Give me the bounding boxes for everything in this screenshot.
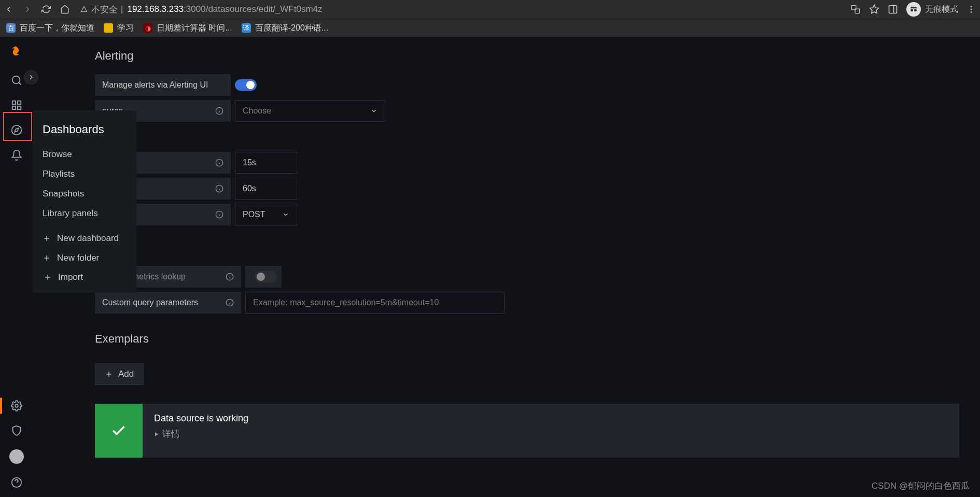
gear-icon[interactable] xyxy=(10,400,23,412)
chevron-down-icon xyxy=(282,211,289,218)
dashboards-new-dashboard[interactable]: New dashboard xyxy=(33,229,136,248)
svg-rect-12 xyxy=(12,101,15,104)
triangle-right-icon xyxy=(154,432,159,437)
svg-point-6 xyxy=(914,9,917,11)
custom-params-input[interactable]: Example: max_source_resolution=5m&timeou… xyxy=(245,292,505,314)
info-icon[interactable] xyxy=(215,210,223,219)
bookmark-study[interactable]: 学习 xyxy=(104,23,134,34)
svg-rect-14 xyxy=(17,106,20,109)
info-icon[interactable] xyxy=(215,159,223,167)
bell-icon[interactable] xyxy=(10,149,23,161)
svg-marker-47 xyxy=(155,432,158,436)
more-icon[interactable] xyxy=(967,5,976,14)
plus-icon xyxy=(43,234,51,243)
method-select[interactable]: POST xyxy=(235,204,297,225)
status-detail-toggle[interactable]: 详情 xyxy=(154,428,948,440)
svg-point-10 xyxy=(12,76,20,84)
choose-select[interactable]: Choose xyxy=(235,100,385,122)
dashboards-snapshots[interactable]: Snapshots xyxy=(33,184,136,204)
incognito-label: 无痕模式 xyxy=(925,4,958,15)
check-icon xyxy=(95,404,143,458)
svg-rect-3 xyxy=(889,6,897,13)
svg-point-8 xyxy=(971,9,972,10)
search-icon[interactable] xyxy=(10,74,23,87)
url-bar[interactable]: 不安全 | 192.168.3.233:3000/datasources/edi… xyxy=(80,4,844,16)
chevron-down-icon xyxy=(370,107,377,115)
manage-alerts-toggle[interactable] xyxy=(235,79,257,91)
sidebar-toggle[interactable] xyxy=(24,70,38,84)
shield-icon[interactable] xyxy=(10,424,23,437)
info-icon[interactable] xyxy=(226,273,234,281)
bookmark-baidu[interactable]: 百百度一下，你就知道 xyxy=(6,23,94,34)
svg-point-18 xyxy=(15,404,18,407)
svg-point-5 xyxy=(911,9,913,11)
dashboards-playlists[interactable]: Playlists xyxy=(33,164,136,184)
info-icon[interactable] xyxy=(215,184,223,193)
incognito-icon xyxy=(906,2,921,17)
dashboards-new-folder[interactable]: New folder xyxy=(33,248,136,268)
bookmark-translate[interactable]: 译百度翻译-200种语... xyxy=(242,23,328,34)
plus-icon xyxy=(105,370,113,378)
insecure-icon: 不安全 | xyxy=(80,4,123,16)
plus-icon xyxy=(43,254,51,262)
bookmark-date[interactable]: ◑日期差计算器 时间... xyxy=(143,23,232,34)
dashboards-browse[interactable]: Browse xyxy=(33,145,136,164)
dashboards-icon[interactable] xyxy=(10,99,23,111)
status-banner: Data source is working 详情 xyxy=(95,404,959,458)
annotation-box-1 xyxy=(3,112,32,141)
avatar[interactable] xyxy=(9,449,24,464)
svg-rect-15 xyxy=(12,106,15,109)
manage-alerts-label: Manage alerts via Alerting UI xyxy=(95,74,231,96)
watermark: CSDN @郁闷的白色西瓜 xyxy=(872,480,970,492)
svg-line-11 xyxy=(19,83,21,85)
help-icon[interactable] xyxy=(10,476,23,489)
status-title: Data source is working xyxy=(154,413,948,424)
plus-icon xyxy=(44,273,52,281)
forward-icon[interactable] xyxy=(23,5,32,14)
sidebar xyxy=(0,37,33,497)
reload-icon[interactable] xyxy=(41,5,51,14)
insecure-label: 不安全 xyxy=(91,4,118,16)
back-icon[interactable] xyxy=(4,5,13,14)
dashboards-menu: Dashboards Browse Playlists Snapshots Li… xyxy=(33,110,136,293)
dashboards-title: Dashboards xyxy=(33,120,136,145)
query-input[interactable]: 60s xyxy=(235,178,297,200)
grafana-logo-icon[interactable] xyxy=(8,45,25,62)
add-button[interactable]: Add xyxy=(95,363,144,385)
url-rest: :3000/datasources/edit/_WFt0sm4z xyxy=(184,4,322,14)
home-icon[interactable] xyxy=(60,5,69,14)
disable-metrics-toggle[interactable] xyxy=(255,271,276,282)
svg-point-9 xyxy=(971,11,972,13)
svg-marker-2 xyxy=(870,5,879,13)
exemplars-heading: Exemplars xyxy=(95,332,980,346)
dashboards-library[interactable]: Library panels xyxy=(33,204,136,223)
scrape-input[interactable]: 15s xyxy=(235,152,297,174)
info-icon[interactable] xyxy=(226,299,234,307)
info-icon[interactable] xyxy=(215,107,223,115)
svg-rect-13 xyxy=(17,101,20,104)
translate-icon[interactable] xyxy=(850,4,861,15)
svg-point-7 xyxy=(971,6,972,7)
star-icon[interactable] xyxy=(869,4,879,15)
alerting-heading: Alerting xyxy=(95,49,980,63)
custom-params-label: Custom query parameters xyxy=(95,292,241,314)
panel-icon[interactable] xyxy=(888,4,898,15)
dashboards-import[interactable]: Import xyxy=(38,268,131,287)
url-ip: 192.168.3.233 xyxy=(127,4,184,14)
